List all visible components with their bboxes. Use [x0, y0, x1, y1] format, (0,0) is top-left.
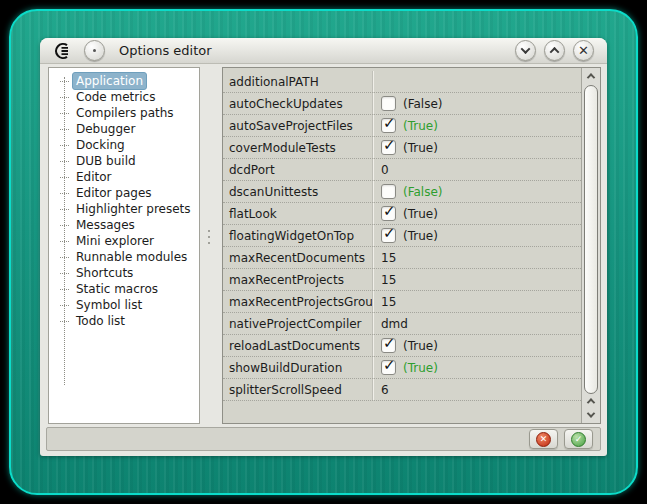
- property-row[interactable]: floatingWidgetOnTop✓(True): [223, 225, 581, 247]
- property-name: maxRecentProjectsGrou: [223, 291, 373, 312]
- property-name: additionalPATH: [223, 71, 373, 92]
- property-row[interactable]: dscanUnittests(False): [223, 181, 581, 203]
- checkbox-unchecked[interactable]: [381, 96, 396, 111]
- property-value: 0: [373, 159, 581, 180]
- cancel-button[interactable]: ✕: [529, 429, 558, 449]
- scrollbar-thumb[interactable]: [584, 85, 598, 394]
- tree-branch-stub: [60, 241, 69, 242]
- property-name: autoSaveProjectFiles: [223, 115, 373, 136]
- sidebar-item-messages[interactable]: Messages: [49, 217, 199, 233]
- sidebar-item-highlighter-presets[interactable]: Highlighter presets: [49, 201, 199, 217]
- window-menu-button[interactable]: [84, 40, 105, 61]
- tree-branch-stub: [60, 289, 69, 290]
- splitter-grip[interactable]: [208, 230, 210, 244]
- ok-button[interactable]: ✓: [564, 429, 593, 449]
- property-row[interactable]: maxRecentProjectsGrou15: [223, 291, 581, 313]
- property-name: maxRecentDocuments: [223, 247, 373, 268]
- property-value-text: 15: [381, 295, 396, 309]
- property-value-text: 15: [381, 251, 396, 265]
- accept-circle-check-icon: ✓: [571, 432, 586, 447]
- tree-branch-stub: [60, 161, 69, 162]
- coedit-logo-icon: [53, 42, 73, 60]
- property-value: ✓(True): [373, 225, 581, 246]
- property-value: 15: [373, 247, 581, 268]
- titlebar[interactable]: Options editor ✕: [40, 38, 607, 64]
- options-editor-window: Options editor ✕ ApplicationCode metrics…: [40, 38, 607, 456]
- sidebar-item-symbol-list[interactable]: Symbol list: [49, 297, 199, 313]
- sidebar-item-editor[interactable]: Editor: [49, 169, 199, 185]
- property-row[interactable]: showBuildDuration✓(True): [223, 357, 581, 379]
- vertical-scrollbar[interactable]: [581, 68, 600, 423]
- property-name: maxRecentProjects: [223, 269, 373, 290]
- property-row[interactable]: coverModuleTests✓(True): [223, 137, 581, 159]
- close-button[interactable]: ✕: [573, 40, 594, 61]
- tree-branch-stub: [60, 113, 69, 114]
- checkmark-icon: ✓: [383, 202, 396, 220]
- scroll-up-arrow-icon: [587, 73, 595, 81]
- sidebar-item-shortcuts[interactable]: Shortcuts: [49, 265, 199, 281]
- property-value: 6: [373, 379, 581, 400]
- checkmark-icon: ✓: [383, 334, 396, 352]
- scroll-up-button-2[interactable]: [583, 394, 599, 408]
- checkmark-icon: ✓: [383, 136, 396, 154]
- property-value-text: (False): [403, 185, 443, 199]
- property-value: ✓(True): [373, 335, 581, 356]
- sidebar-item-runnable-modules[interactable]: Runnable modules: [49, 249, 199, 265]
- property-row[interactable]: autoCheckUpdates(False): [223, 93, 581, 115]
- property-row[interactable]: reloadLastDocuments✓(True): [223, 335, 581, 357]
- property-value-text: (True): [403, 229, 438, 243]
- checkbox-checked[interactable]: ✓: [381, 118, 396, 133]
- tree-branch-stub: [60, 97, 69, 98]
- property-row[interactable]: maxRecentProjects15: [223, 269, 581, 291]
- sidebar-item-dub-build[interactable]: DUB build: [49, 153, 199, 169]
- tree-branch-stub: [60, 129, 69, 130]
- checkbox-checked[interactable]: ✓: [381, 228, 396, 243]
- tree-branch-stub: [60, 209, 69, 210]
- property-row[interactable]: nativeProjectCompilerdmd: [223, 313, 581, 335]
- checkbox-checked[interactable]: ✓: [381, 360, 396, 375]
- sidebar-item-application[interactable]: Application: [49, 73, 199, 89]
- category-tree[interactable]: ApplicationCode metricsCompilers pathsDe…: [48, 67, 200, 424]
- sidebar-item-compilers-paths[interactable]: Compilers paths: [49, 105, 199, 121]
- rollup-button[interactable]: [515, 40, 536, 61]
- scroll-down-button[interactable]: [583, 408, 599, 422]
- property-row[interactable]: maxRecentDocuments15: [223, 247, 581, 269]
- tree-branch-stub: [60, 225, 69, 226]
- sidebar-item-debugger[interactable]: Debugger: [49, 121, 199, 137]
- scroll-up-button[interactable]: [583, 69, 599, 83]
- window-title: Options editor: [119, 43, 212, 58]
- checkbox-unchecked[interactable]: [381, 184, 396, 199]
- chevron-up-icon: [550, 47, 560, 57]
- property-row[interactable]: additionalPATH: [223, 71, 581, 93]
- property-value-text: (True): [403, 119, 438, 133]
- sidebar-item-editor-pages[interactable]: Editor pages: [49, 185, 199, 201]
- sidebar-item-static-macros[interactable]: Static macros: [49, 281, 199, 297]
- checkmark-icon: ✓: [383, 224, 396, 242]
- sidebar-item-code-metrics[interactable]: Code metrics: [49, 89, 199, 105]
- property-name: floatingWidgetOnTop: [223, 225, 373, 246]
- property-row[interactable]: dcdPort0: [223, 159, 581, 181]
- rolldown-button[interactable]: [544, 40, 565, 61]
- property-value: (False): [373, 93, 581, 114]
- sidebar-item-todo-list[interactable]: Todo list: [49, 313, 199, 329]
- sidebar-item-docking[interactable]: Docking: [49, 137, 199, 153]
- checkbox-checked[interactable]: ✓: [381, 338, 396, 353]
- property-row[interactable]: splitterScrollSpeed6: [223, 379, 581, 401]
- property-value: (False): [373, 181, 581, 202]
- property-value-text: (False): [403, 97, 443, 111]
- property-rows: additionalPATHautoCheckUpdates(False)aut…: [223, 68, 581, 423]
- tree-branch-stub: [60, 177, 69, 178]
- property-value-text: (True): [403, 141, 438, 155]
- checkbox-checked[interactable]: ✓: [381, 140, 396, 155]
- sidebar-item-mini-explorer[interactable]: Mini explorer: [49, 233, 199, 249]
- property-value-text: dmd: [381, 317, 408, 331]
- property-value: 15: [373, 269, 581, 290]
- property-name: reloadLastDocuments: [223, 335, 373, 356]
- property-value-text: 0: [381, 163, 389, 177]
- tree-branch-stub: [60, 145, 69, 146]
- property-value: 15: [373, 291, 581, 312]
- checkbox-checked[interactable]: ✓: [381, 206, 396, 221]
- titlebar-buttons: ✕: [515, 40, 594, 61]
- property-row[interactable]: flatLook✓(True): [223, 203, 581, 225]
- property-row[interactable]: autoSaveProjectFiles✓(True): [223, 115, 581, 137]
